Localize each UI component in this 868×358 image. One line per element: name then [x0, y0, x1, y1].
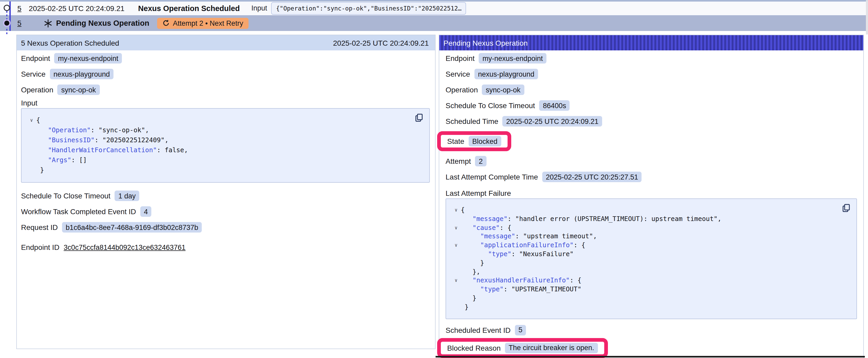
json-line: "Args": [] [27, 155, 424, 165]
field-value-chip: 4 [140, 206, 152, 217]
field-label: Last Attempt Complete Time [445, 173, 538, 181]
field-row-schedule-to-close: Schedule To Close Timeout 1 day [21, 188, 430, 204]
chevron-collapse-icon[interactable]: ∨ [27, 116, 36, 126]
field-label: Schedule To Close Timeout [21, 192, 110, 200]
field-row-request-id: Request ID b1c6a4bc-8ee7-468a-9169-df3b0… [21, 220, 430, 235]
field-label: Workflow Task Completed Event ID [21, 207, 136, 216]
json-line: }, [451, 267, 851, 276]
field-label: Attempt [445, 157, 471, 165]
bottom-crop-line [436, 356, 865, 357]
field-row-endpoint: Endpoint my-nexus-endpoint [21, 51, 430, 66]
field-label: Endpoint [21, 54, 50, 62]
field-label: Request ID [21, 223, 58, 231]
event-history-view: 5 2025-02-25 UTC 20:24:09.21 Nexus Opera… [0, 0, 868, 358]
field-label: Scheduled Time [445, 117, 498, 126]
field-label: Operation [21, 86, 53, 94]
json-line: ∨ "cause": { [451, 223, 851, 232]
field-label: Service [21, 70, 45, 78]
asterisk-icon [43, 19, 53, 28]
field-row-wft-completed-id: Workflow Task Completed Event ID 4 [21, 204, 430, 220]
field-row-operation: Operation sync-op-ok [445, 82, 857, 98]
state-annotation-box: State Blocked [437, 131, 511, 151]
field-row-last-attempt-complete: Last Attempt Complete Time 2025-02-25 UT… [445, 169, 857, 185]
json-line: "HandlerWaitForCancellation": false, [27, 145, 424, 155]
vertical-scrollbar[interactable] [866, 0, 868, 35]
field-row-service: Service nexus-playground [21, 66, 430, 82]
retry-icon [162, 20, 170, 27]
input-json-viewer: ∨{ "Operation": "sync-op-ok", "BusinessI… [21, 108, 430, 183]
field-row-operation: Operation sync-op-ok [21, 82, 430, 98]
field-row-service: Service nexus-playground [445, 66, 857, 82]
chevron-collapse-icon[interactable]: ∨ [451, 223, 461, 232]
field-label: Blocked Reason [447, 344, 501, 352]
panel-timestamp: 2025-02-25 UTC 20:24:09.21 [333, 39, 429, 47]
timeline-open-dot[interactable] [4, 5, 10, 11]
chevron-collapse-icon[interactable]: ∨ [451, 241, 461, 250]
endpoint-id-link[interactable]: 3c0c75ccfa8144b092c13ce632463761 [64, 243, 185, 251]
field-value-chip: nexus-playground [50, 69, 114, 79]
json-line: "BusinessID": "20250225122409", [27, 135, 424, 145]
field-label: Endpoint [445, 54, 475, 62]
field-row-scheduled-event-id: Scheduled Event ID 5 [445, 323, 857, 337]
field-row-scheduled-time: Scheduled Time 2025-02-25 UTC 20:24:09.2… [445, 113, 857, 129]
timeline-track [0, 0, 16, 38]
json-line: "Operation": "sync-op-ok", [27, 126, 424, 135]
event-id-link[interactable]: 5 [17, 4, 22, 12]
json-line: "type": "NexusFailure" [451, 250, 851, 259]
field-label: Scheduled Event ID [445, 326, 511, 334]
field-row-endpoint: Endpoint my-nexus-endpoint [445, 51, 857, 66]
field-value-chip: 2025-02-25 UTC 20:25:27.51 [542, 172, 642, 182]
json-line: } [27, 165, 424, 175]
failure-section-label: Last Attempt Failure [445, 188, 857, 198]
input-preview-chip: {"Operation":"sync-op-ok","BusinessID":"… [271, 2, 466, 15]
field-value-chip: 1 day [115, 191, 139, 201]
state-value-chip: Blocked [468, 136, 501, 147]
field-row-attempt: Attempt 2 [445, 153, 857, 169]
json-line: ∨{ [451, 206, 851, 215]
json-line: } [451, 303, 851, 312]
field-value-chip: b1c6a4bc-8ee7-468a-9169-df3b02c8737b [62, 222, 202, 232]
scheduled-event-panel: 5 Nexus Operation Scheduled 2025-02-25 U… [16, 35, 436, 349]
event-row-scheduled[interactable]: 5 2025-02-25 UTC 20:24:09.21 Nexus Opera… [0, 1, 866, 15]
input-section-label: Input [21, 98, 430, 108]
pending-operation-panel: Pending Nexus Operation Endpoint my-nexu… [439, 35, 864, 358]
chevron-collapse-icon[interactable]: ∨ [451, 206, 461, 215]
field-value-chip: my-nexus-endpoint [479, 53, 547, 64]
field-row-endpoint-id: Endpoint ID 3c0c75ccfa8144b092c13ce63246… [21, 239, 430, 255]
attempt-retry-text: Attempt 2 • Next Retry [173, 19, 243, 27]
field-label: State [447, 137, 464, 145]
field-value-chip: 5 [515, 325, 526, 335]
scheduled-panel-header: 5 Nexus Operation Scheduled 2025-02-25 U… [17, 35, 435, 51]
copy-icon[interactable] [842, 204, 850, 212]
event-id-link[interactable]: 5 [17, 19, 22, 27]
event-title: Nexus Operation Scheduled [138, 4, 240, 12]
field-row-schedule-to-close: Schedule To Close Timeout 86400s [445, 98, 857, 113]
blocked-reason-chip: The circuit breaker is open. [505, 343, 598, 353]
field-value-chip: sync-op-ok [58, 85, 99, 95]
failure-json-viewer: ∨{ "message": "handler error (UPSTREAM_T… [445, 198, 857, 319]
field-value-chip: nexus-playground [474, 69, 538, 79]
blocked-reason-annotation-box: Blocked Reason The circuit breaker is op… [437, 338, 608, 358]
field-value-chip: 86400s [539, 100, 570, 111]
attempt-retry-badge: Attempt 2 • Next Retry [157, 18, 249, 29]
field-label: Operation [445, 86, 478, 94]
json-line: ∨ "nexusHandlerFailureInfo": { [451, 276, 851, 285]
copy-icon[interactable] [414, 113, 423, 122]
field-value-chip: my-nexus-endpoint [54, 53, 122, 64]
pending-panel-header: Pending Nexus Operation [439, 35, 863, 51]
event-timestamp: 2025-02-25 UTC 20:24:09.21 [29, 4, 125, 12]
field-value-chip: 2 [475, 156, 487, 166]
field-label: Service [445, 70, 470, 78]
json-line: ∨{ [27, 116, 424, 126]
event-row-pending[interactable]: 5 Pending Nexus Operation Attempt 2 • Ne… [0, 15, 866, 31]
json-line: } [451, 294, 851, 303]
input-label: Input [251, 4, 267, 12]
field-value-chip: sync-op-ok [482, 85, 524, 95]
timeline-filled-dot[interactable] [4, 21, 9, 26]
chevron-collapse-icon[interactable]: ∨ [451, 276, 461, 285]
json-line: "message": "upstream timeout", [451, 232, 851, 241]
json-line: "message": "handler error (UPSTREAM_TIME… [451, 215, 851, 224]
field-value-chip: 2025-02-25 UTC 20:24:09.21 [502, 116, 602, 127]
panel-title: 5 Nexus Operation Scheduled [21, 39, 119, 47]
field-label: Schedule To Close Timeout [445, 101, 535, 110]
